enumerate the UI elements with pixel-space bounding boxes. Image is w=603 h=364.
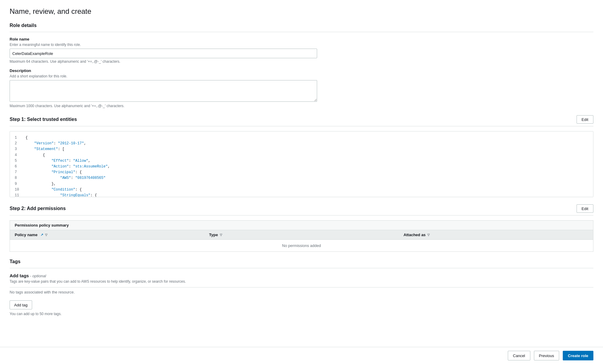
- description-input[interactable]: [10, 80, 317, 102]
- line-number: 3: [15, 146, 21, 152]
- divider-step2: [10, 215, 593, 215]
- code-content: "Statement": [: [26, 146, 65, 152]
- permissions-summary-label: Permissions policy summary: [10, 220, 593, 230]
- code-content: {: [26, 135, 28, 141]
- sort-icon-policy-name[interactable]: ▽: [45, 233, 47, 236]
- code-line: 9 },: [15, 181, 588, 187]
- code-line: 8 "AWS": "081976408565": [15, 175, 588, 181]
- line-number: 6: [15, 164, 21, 170]
- divider-role-details: [10, 32, 593, 32]
- trusted-entities-code-block: 1{2 "Version": "2012-10-17",3 "Statement…: [10, 131, 593, 197]
- line-number: 8: [15, 175, 21, 181]
- code-line: 10 "Condition": {: [15, 187, 588, 193]
- line-number: 7: [15, 170, 21, 175]
- tags-section: Tags Add tags - optional Tags are key-va…: [10, 259, 593, 316]
- code-content: "Effect": "Allow",: [26, 158, 90, 164]
- code-line: 11 "StringEquals": {: [15, 193, 588, 197]
- step2-header: Step 2: Add permissions Edit: [10, 204, 593, 213]
- line-number: 5: [15, 158, 21, 164]
- code-line: 3 "Statement": [: [15, 146, 588, 152]
- line-number: 9: [15, 181, 21, 187]
- code-content: "StringEquals": {: [26, 193, 97, 197]
- line-number: 2: [15, 141, 21, 146]
- code-line: 6 "Action": "sts:AssumeRole",: [15, 164, 588, 170]
- sort-icon-attached-as[interactable]: ▽: [427, 233, 430, 236]
- cancel-button[interactable]: Cancel: [508, 351, 530, 360]
- code-content: },: [26, 181, 56, 187]
- code-content: "Principal": {: [26, 170, 82, 175]
- tags-section-title: Tags: [10, 259, 593, 264]
- code-line: 7 "Principal": {: [15, 170, 588, 175]
- code-content: "Version": "2012-10-17",: [26, 141, 86, 146]
- code-line: 5 "Effect": "Allow",: [15, 158, 588, 164]
- divider-step1: [10, 126, 593, 126]
- sort-icon-type[interactable]: ▽: [220, 233, 222, 236]
- column-attached-as-label: Attached as: [404, 233, 426, 237]
- role-details-title: Role details: [10, 23, 593, 28]
- no-tags-text: No tags associated with the resource.: [10, 287, 593, 297]
- description-hint: Add a short explanation for this role.: [10, 74, 593, 78]
- step1-edit-button[interactable]: Edit: [577, 115, 593, 124]
- add-tags-header: Add tags - optional: [10, 273, 593, 278]
- step1-header: Step 1: Select trusted entities Edit: [10, 115, 593, 124]
- code-line: 4 {: [15, 152, 588, 158]
- page-title: Name, review, and create: [10, 7, 593, 16]
- page-container: Name, review, and create Role details Ro…: [0, 0, 603, 347]
- add-tags-title: Add tags: [10, 273, 29, 278]
- add-tag-button[interactable]: Add tag: [10, 300, 32, 309]
- column-type: Type ▽: [204, 230, 398, 239]
- code-content: "Condition": {: [26, 187, 82, 193]
- code-line: 2 "Version": "2012-10-17",: [15, 141, 588, 146]
- description-label: Description: [10, 68, 593, 73]
- step2-section: Step 2: Add permissions Edit Permissions…: [10, 204, 593, 252]
- description-group: Description Add a short explanation for …: [10, 68, 593, 108]
- role-name-input[interactable]: [10, 49, 317, 58]
- column-attached-as: Attached as ▽: [399, 230, 593, 239]
- external-link-icon: ↗: [41, 233, 43, 237]
- column-type-label: Type: [209, 233, 218, 237]
- code-content: "AWS": "081976408565": [26, 175, 105, 181]
- description-constraint: Maximum 1000 characters. Use alphanumeri…: [10, 104, 593, 108]
- footer-bar: Cancel Previous Create role: [0, 347, 603, 364]
- step2-edit-button[interactable]: Edit: [577, 204, 593, 213]
- line-number: 11: [15, 193, 21, 197]
- step1-title: Step 1: Select trusted entities: [10, 117, 77, 122]
- role-name-constraint: Maximum 64 characters. Use alphanumeric …: [10, 59, 593, 64]
- code-line: 1{: [15, 135, 588, 141]
- column-policy-name-label: Policy name: [15, 233, 38, 237]
- line-number: 1: [15, 135, 21, 141]
- role-name-label: Role name: [10, 37, 593, 41]
- step1-section: Step 1: Select trusted entities Edit 1{2…: [10, 115, 593, 197]
- role-name-group: Role name Enter a meaningful name to ide…: [10, 37, 593, 64]
- role-details-section: Role details Role name Enter a meaningfu…: [10, 23, 593, 108]
- tags-hint: Tags are key-value pairs that you can ad…: [10, 279, 593, 284]
- permissions-table-header: Policy name ↗ ▽ Type ▽ Attached as ▽: [10, 230, 593, 239]
- permissions-table-body: No permissions added: [10, 239, 593, 252]
- column-policy-name: Policy name ↗ ▽: [10, 230, 204, 239]
- no-permissions-message: No permissions added: [10, 240, 593, 251]
- code-content: {: [26, 152, 45, 158]
- optional-label: - optional: [30, 274, 46, 278]
- line-number: 10: [15, 187, 21, 193]
- step2-title: Step 2: Add permissions: [10, 206, 66, 211]
- add-tags-hint: You can add up to 50 more tags.: [10, 312, 593, 316]
- role-name-hint: Enter a meaningful name to identify this…: [10, 43, 593, 47]
- code-content: "Action": "sts:AssumeRole",: [26, 164, 110, 170]
- create-role-button[interactable]: Create role: [563, 351, 593, 360]
- line-number: 4: [15, 152, 21, 158]
- divider-tags: [10, 268, 593, 268]
- previous-button[interactable]: Previous: [534, 351, 559, 360]
